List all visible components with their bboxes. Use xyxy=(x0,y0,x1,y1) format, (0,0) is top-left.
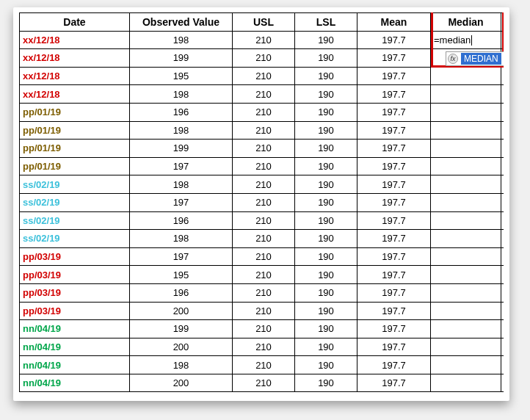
cell-date[interactable]: xx/12/18 xyxy=(20,31,130,49)
cell-usl[interactable]: 210 xyxy=(233,49,295,68)
cell-median[interactable] xyxy=(431,283,501,302)
cell-observed[interactable]: 196 xyxy=(130,103,233,121)
cell-date[interactable]: pp/03/19 xyxy=(20,247,130,266)
cell-observed[interactable]: 195 xyxy=(130,266,233,284)
cell-extra[interactable] xyxy=(501,157,504,175)
cell-date[interactable]: ss/02/19 xyxy=(20,193,130,211)
cell-median[interactable] xyxy=(431,85,501,104)
cell-mean[interactable]: 197.7 xyxy=(357,338,431,356)
cell-observed[interactable]: 197 xyxy=(130,157,233,175)
cell-date[interactable]: nn/04/19 xyxy=(20,320,130,338)
cell-lsl[interactable]: 190 xyxy=(295,49,357,68)
cell-extra[interactable] xyxy=(501,31,504,49)
cell-lsl[interactable]: 190 xyxy=(295,247,357,266)
cell-lsl[interactable]: 190 xyxy=(295,283,357,302)
cell-lsl[interactable]: 190 xyxy=(295,175,357,194)
cell-usl[interactable]: 210 xyxy=(233,175,295,194)
cell-extra[interactable] xyxy=(501,230,504,248)
cell-extra[interactable] xyxy=(501,67,504,85)
cell-date[interactable]: ss/02/19 xyxy=(20,211,130,230)
cell-observed[interactable]: 195 xyxy=(130,67,233,85)
formula-autocomplete[interactable]: fx MEDIAN xyxy=(446,51,504,66)
cell-extra[interactable] xyxy=(501,211,504,230)
cell-observed[interactable]: 199 xyxy=(130,320,233,338)
cell-lsl[interactable]: 190 xyxy=(295,211,357,230)
header-observed[interactable]: Observed Value xyxy=(130,13,233,32)
cell-extra[interactable] xyxy=(501,140,504,158)
cell-usl[interactable]: 210 xyxy=(233,320,295,338)
cell-median[interactable] xyxy=(431,302,501,320)
cell-median[interactable] xyxy=(431,157,501,175)
cell-median[interactable] xyxy=(431,338,501,356)
cell-mean[interactable]: 197.7 xyxy=(357,67,431,85)
cell-usl[interactable]: 210 xyxy=(233,247,295,266)
cell-date[interactable]: pp/01/19 xyxy=(20,103,130,121)
cell-observed[interactable]: 199 xyxy=(130,49,233,68)
cell-extra[interactable] xyxy=(501,338,504,356)
cell-date[interactable]: pp/01/19 xyxy=(20,140,130,158)
cell-usl[interactable]: 210 xyxy=(233,266,295,284)
cell-date[interactable]: pp/03/19 xyxy=(20,302,130,320)
cell-median[interactable] xyxy=(431,320,501,338)
cell-median[interactable] xyxy=(431,356,501,374)
cell-mean[interactable]: 197.7 xyxy=(357,157,431,175)
header-extra[interactable] xyxy=(501,13,504,32)
cell-mean[interactable]: 197.7 xyxy=(357,320,431,338)
cell-date[interactable]: xx/12/18 xyxy=(20,85,130,104)
cell-mean[interactable]: 197.7 xyxy=(357,121,431,140)
cell-extra[interactable] xyxy=(501,85,504,104)
cell-usl[interactable]: 210 xyxy=(233,85,295,104)
cell-extra[interactable] xyxy=(501,121,504,140)
cell-observed[interactable]: 197 xyxy=(130,193,233,211)
cell-observed[interactable]: 198 xyxy=(130,175,233,194)
cell-observed[interactable]: 198 xyxy=(130,85,233,104)
cell-median[interactable] xyxy=(431,103,501,121)
cell-median[interactable] xyxy=(431,140,501,158)
cell-lsl[interactable]: 190 xyxy=(295,103,357,121)
cell-observed[interactable]: 196 xyxy=(130,283,233,302)
header-usl[interactable]: USL xyxy=(233,13,295,32)
cell-usl[interactable]: 210 xyxy=(233,121,295,140)
cell-date[interactable]: xx/12/18 xyxy=(20,49,130,68)
header-mean[interactable]: Mean xyxy=(357,13,431,32)
cell-mean[interactable]: 197.7 xyxy=(357,356,431,374)
cell-lsl[interactable]: 190 xyxy=(295,140,357,158)
cell-mean[interactable]: 197.7 xyxy=(357,283,431,302)
cell-usl[interactable]: 210 xyxy=(233,211,295,230)
cell-median[interactable] xyxy=(431,266,501,284)
cell-mean[interactable]: 197.7 xyxy=(357,302,431,320)
cell-usl[interactable]: 210 xyxy=(233,67,295,85)
cell-median[interactable] xyxy=(431,193,501,211)
cell-median[interactable] xyxy=(431,374,501,392)
cell-lsl[interactable]: 190 xyxy=(295,157,357,175)
cell-observed[interactable]: 200 xyxy=(130,374,233,392)
cell-lsl[interactable]: 190 xyxy=(295,31,357,49)
formula-text[interactable]: =median xyxy=(434,35,471,46)
header-lsl[interactable]: LSL xyxy=(295,13,357,32)
header-median[interactable]: Median xyxy=(431,13,501,32)
cell-date[interactable]: nn/04/19 xyxy=(20,374,130,392)
header-date[interactable]: Date xyxy=(20,13,130,32)
cell-mean[interactable]: 197.7 xyxy=(357,193,431,211)
cell-lsl[interactable]: 190 xyxy=(295,374,357,392)
cell-usl[interactable]: 210 xyxy=(233,338,295,356)
cell-median[interactable] xyxy=(431,247,501,266)
cell-lsl[interactable]: 190 xyxy=(295,338,357,356)
cell-observed[interactable]: 198 xyxy=(130,230,233,248)
cell-mean[interactable]: 197.7 xyxy=(357,247,431,266)
cell-median[interactable]: =median xyxy=(431,31,501,49)
cell-mean[interactable]: 197.7 xyxy=(357,103,431,121)
cell-mean[interactable]: 197.7 xyxy=(357,175,431,194)
cell-median[interactable] xyxy=(431,67,501,85)
cell-median[interactable] xyxy=(431,211,501,230)
cell-lsl[interactable]: 190 xyxy=(295,230,357,248)
cell-extra[interactable] xyxy=(501,266,504,284)
cell-extra[interactable] xyxy=(501,356,504,374)
cell-observed[interactable]: 197 xyxy=(130,247,233,266)
cell-usl[interactable]: 210 xyxy=(233,374,295,392)
cell-date[interactable]: xx/12/18 xyxy=(20,67,130,85)
cell-date[interactable]: pp/01/19 xyxy=(20,157,130,175)
cell-extra[interactable] xyxy=(501,193,504,211)
cell-mean[interactable]: 197.7 xyxy=(357,49,431,68)
cell-median[interactable] xyxy=(431,175,501,194)
